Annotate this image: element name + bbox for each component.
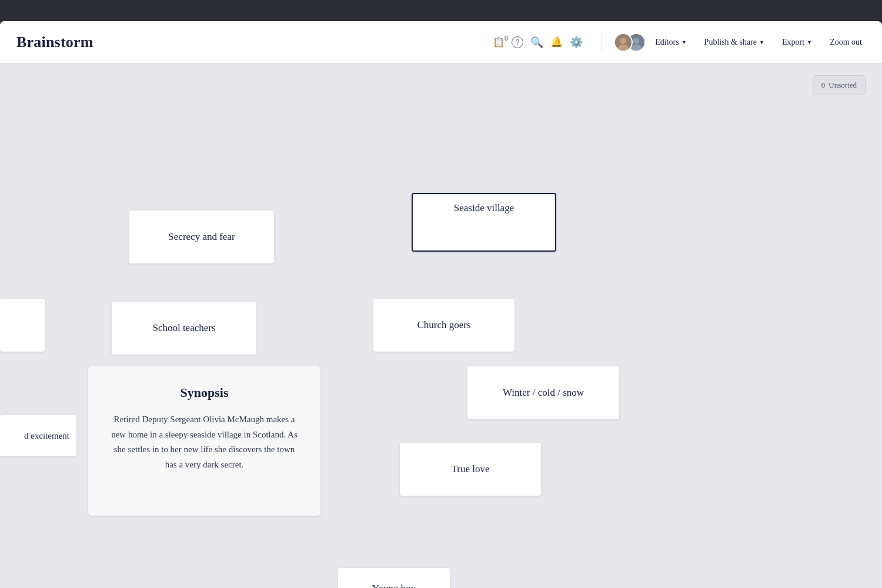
notification-icon-btn[interactable]: 🔔 xyxy=(548,34,565,51)
zoom-out-btn[interactable]: Zoom out xyxy=(826,35,866,49)
school-text: School teachers xyxy=(152,322,215,334)
export-chevron: ▾ xyxy=(808,39,811,45)
unsorted-label: Unsorted xyxy=(828,81,857,90)
bell-icon: 🔔 xyxy=(550,36,563,48)
editors-group: Editors ▾ xyxy=(614,33,689,52)
zoom-label: Zoom out xyxy=(830,38,862,47)
youngboy-text: Young boy xyxy=(372,583,416,588)
publish-share-btn[interactable]: Publish & share ▾ xyxy=(701,35,767,49)
partial-card-top[interactable] xyxy=(0,299,45,352)
svg-point-1 xyxy=(620,38,627,44)
svg-point-4 xyxy=(633,38,640,44)
document-icon: 📋 xyxy=(493,36,505,48)
canvas[interactable]: 0 Unsorted d excitement Secrecy and fear… xyxy=(0,64,882,588)
help-icon-btn[interactable]: ? xyxy=(509,34,526,51)
truelove-card[interactable]: True love xyxy=(400,443,541,496)
seaside-textarea[interactable]: Seaside village xyxy=(422,202,546,242)
unsorted-button[interactable]: 0 Unsorted xyxy=(813,75,866,95)
secrecy-text: Secrecy and fear xyxy=(168,231,235,243)
avatar-group xyxy=(614,33,646,52)
church-card[interactable]: Church goers xyxy=(373,299,514,352)
synopsis-card[interactable]: Synopsis Retired Deputy Sergeant Olivia … xyxy=(88,366,320,516)
unsorted-count: 0 xyxy=(821,81,826,90)
export-label: Export xyxy=(782,38,804,47)
help-icon: ? xyxy=(512,36,523,48)
header-right: 📋 0 ? 🔍 🔔 ⚙️ xyxy=(490,33,866,52)
app-title: Brainstorm xyxy=(16,34,93,51)
search-icon-btn[interactable]: 🔍 xyxy=(528,34,546,51)
youngboy-card[interactable]: Young boy xyxy=(338,568,450,588)
header: Brainstorm 📋 0 ? 🔍 🔔 ⚙️ xyxy=(0,21,882,64)
gear-icon: ⚙️ xyxy=(570,36,583,49)
church-text: Church goers xyxy=(417,319,470,331)
winter-card[interactable]: Winter / cold / snow xyxy=(467,366,619,419)
secrecy-card[interactable]: Secrecy and fear xyxy=(129,211,274,263)
excitement-card[interactable]: d excitement xyxy=(0,415,76,456)
gear-icon-btn[interactable]: ⚙️ xyxy=(567,34,585,51)
editors-label: Editors xyxy=(655,38,679,47)
separator xyxy=(602,34,602,51)
search-icon: 🔍 xyxy=(530,36,543,49)
editors-btn[interactable]: Editors ▾ xyxy=(652,35,689,49)
editors-chevron: ▾ xyxy=(683,39,686,45)
main-window: Brainstorm 📋 0 ? 🔍 🔔 ⚙️ xyxy=(0,21,882,588)
truelove-text: True love xyxy=(451,463,489,475)
header-left: Brainstorm xyxy=(16,34,93,51)
excitement-text: d excitement xyxy=(24,431,69,441)
synopsis-body: Retired Deputy Sergeant Olivia McMaugh m… xyxy=(109,412,299,472)
export-btn[interactable]: Export ▾ xyxy=(779,35,814,49)
avatar-1 xyxy=(614,33,633,52)
publish-label: Publish & share xyxy=(704,38,757,47)
school-card[interactable]: School teachers xyxy=(112,302,256,355)
publish-chevron: ▾ xyxy=(760,39,763,45)
winter-text: Winter / cold / snow xyxy=(503,387,584,399)
top-bar xyxy=(0,0,882,21)
seaside-card-editing[interactable]: Seaside village xyxy=(412,193,556,252)
synopsis-title: Synopsis xyxy=(109,385,299,400)
doc-count: 0 xyxy=(505,35,508,42)
document-icon-btn[interactable]: 📋 0 xyxy=(490,34,507,50)
